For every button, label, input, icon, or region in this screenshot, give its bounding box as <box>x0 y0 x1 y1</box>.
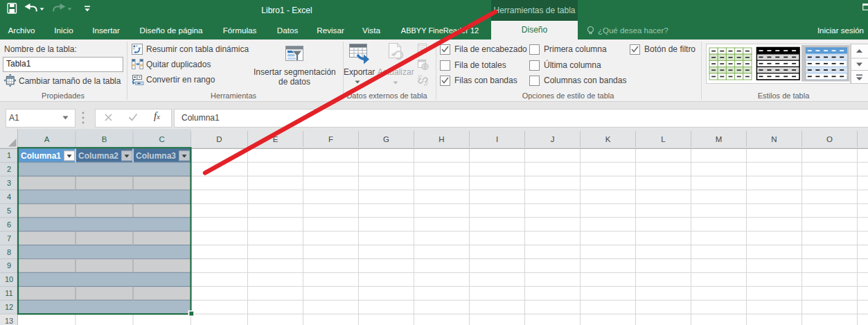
svg-text:3: 3 <box>7 179 11 187</box>
svg-text:L: L <box>661 135 666 143</box>
svg-text:13: 13 <box>5 317 13 325</box>
svg-text:J: J <box>551 135 555 143</box>
svg-text:G: G <box>383 135 389 143</box>
svg-text:10: 10 <box>5 275 13 283</box>
svg-text:12: 12 <box>5 303 13 311</box>
svg-text:Columna2: Columna2 <box>78 151 118 161</box>
svg-text:I: I <box>496 135 498 143</box>
svg-text:H: H <box>439 135 444 143</box>
svg-text:D: D <box>216 135 222 143</box>
svg-text:B: B <box>102 135 107 143</box>
svg-text:11: 11 <box>5 289 12 297</box>
svg-text:A: A <box>44 135 50 143</box>
svg-text:9: 9 <box>7 261 11 270</box>
svg-text:Columna1: Columna1 <box>21 151 61 161</box>
svg-text:O: O <box>826 135 833 143</box>
svg-text:2: 2 <box>7 165 11 173</box>
svg-text:N: N <box>771 135 777 143</box>
svg-text:6: 6 <box>7 220 11 229</box>
svg-text:F: F <box>328 135 333 143</box>
svg-text:4: 4 <box>7 193 11 201</box>
svg-text:5: 5 <box>7 207 11 215</box>
svg-text:1: 1 <box>7 151 11 159</box>
svg-text:7: 7 <box>7 234 11 243</box>
svg-text:E: E <box>273 135 278 143</box>
svg-text:C: C <box>159 135 165 143</box>
svg-text:Columna3: Columna3 <box>136 151 176 161</box>
svg-text:8: 8 <box>7 248 11 256</box>
svg-text:K: K <box>605 135 611 143</box>
svg-text:M: M <box>716 135 723 143</box>
